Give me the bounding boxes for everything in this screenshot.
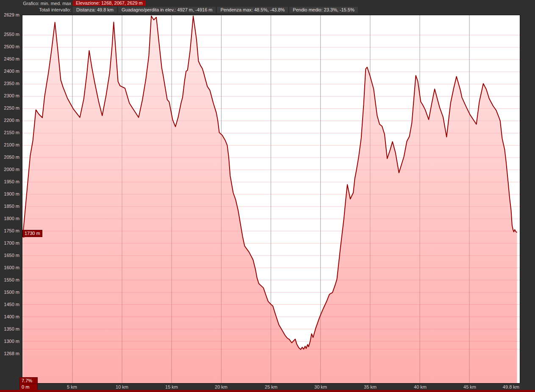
y-axis-label: 1400 m: [0, 314, 19, 320]
y-axis-label: 1300 m: [0, 339, 19, 344]
x-axis-label: 49.8 km: [492, 384, 519, 389]
y-axis-label: 2450 m: [0, 56, 19, 62]
x-axis-label: 40 km: [407, 384, 433, 389]
elevation-area-chart[interactable]: [22, 15, 520, 383]
y-axis-label: 1700 m: [0, 240, 19, 246]
y-axis-label: 2500 m: [0, 44, 19, 50]
y-axis-label: 1350 m: [0, 326, 19, 332]
y-axis-label: 2100 m: [0, 142, 19, 148]
x-axis-label: 15 km: [159, 384, 184, 389]
y-axis-label: 1900 m: [0, 191, 19, 197]
chart-min-med-max-label: Grafico: min. med. max: [0, 1, 71, 6]
elevation-area-fill: [23, 16, 517, 383]
x-axis-label: 25 km: [258, 384, 284, 389]
stat-box-3: Pendio medio: 23.3%, -15.5%: [289, 7, 358, 13]
y-axis-label: 1600 m: [0, 265, 19, 271]
stat-box-2: Pendenza max: 48.5%, -43.8%: [217, 7, 288, 13]
y-axis-label: 1450 m: [0, 302, 19, 307]
y-axis-label: 1550 m: [0, 277, 19, 283]
stat-box-1: Guadagno/perdita in elev.: 4927 m, -4916…: [118, 7, 216, 13]
y-axis-label: 2400 m: [0, 69, 19, 74]
y-axis-label: 2300 m: [0, 93, 19, 99]
y-axis-label: 1950 m: [0, 179, 19, 185]
x-axis-label: 45 km: [457, 384, 482, 389]
x-axis-label: 35 km: [358, 384, 383, 389]
y-axis-label: 2200 m: [0, 118, 19, 123]
stat-box-0: Distanza: 49.8 km: [73, 7, 117, 13]
elevation-chart-plot-area[interactable]: [22, 15, 520, 384]
y-axis-label: 2150 m: [0, 130, 19, 135]
y-axis-label: 1750 m: [0, 228, 19, 234]
y-axis-label: 1850 m: [0, 204, 19, 209]
y-axis-label: 1500 m: [0, 290, 19, 295]
x-axis-label: 20 km: [208, 384, 234, 389]
elevation-summary-banner: Elevazione: 1268, 2067, 2629 m: [73, 0, 146, 6]
y-axis-label: 1800 m: [0, 216, 19, 221]
x-axis-label: 5 km: [59, 384, 85, 389]
y-axis-label: 2350 m: [0, 81, 19, 86]
interval-stats-row: Distanza: 49.8 kmGuadagno/perdita in ele…: [73, 7, 358, 13]
x-axis-label: 30 km: [308, 384, 333, 389]
y-axis-label: 1268 m: [0, 351, 19, 356]
y-axis-label: 2250 m: [0, 105, 19, 111]
x-axis-label: 10 km: [109, 384, 135, 389]
bottom-red-bar: [0, 390, 535, 392]
y-axis-label: 2050 m: [0, 155, 19, 160]
y-axis-label: 2550 m: [0, 32, 19, 37]
y-axis-label: 2000 m: [0, 167, 19, 172]
elevation-profile-window: Grafico: min. med. max Elevazione: 1268,…: [0, 0, 535, 392]
y-axis-label: 1650 m: [0, 253, 19, 258]
start-elevation-badge: 1730 m: [22, 230, 42, 237]
interval-totals-label: Totali intervallo:: [0, 7, 71, 12]
y-axis-label: 2629 m: [0, 12, 19, 18]
